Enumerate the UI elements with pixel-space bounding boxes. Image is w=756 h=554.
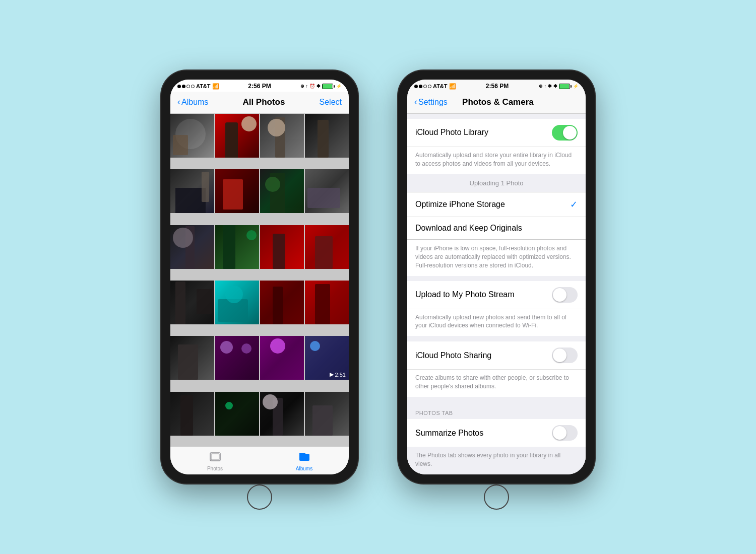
status-bar-right-left: ⊕ ↑ ⏰ ✱ ⚡ (300, 84, 342, 89)
tab-bar: Photos Albums (170, 446, 349, 474)
status-bar-right-left: AT&T 📶 (414, 83, 456, 90)
icloud-library-label: iCloud Photo Library (415, 128, 552, 137)
photo-cell-14[interactable] (215, 281, 259, 324)
photo-stream-row: Upload to My Photo Stream (407, 281, 586, 309)
photo-stream-toggle-knob (553, 288, 566, 302)
icloud-library-description: Automatically upload and store your enti… (407, 147, 586, 174)
icloud-library-toggle[interactable] (552, 125, 578, 141)
settings-page-title: Photos & Camera (462, 97, 534, 107)
photo-stream-description: Automatically upload new photos and send… (407, 309, 586, 336)
svg-rect-3 (299, 453, 305, 455)
bluetooth-icon-r: ✱ (553, 84, 557, 89)
photo-24-inner (305, 392, 349, 436)
photo-cell-3[interactable] (260, 114, 304, 158)
photo-cell-24[interactable] (305, 392, 349, 436)
home-button-right[interactable] (484, 484, 509, 510)
svg-rect-2 (299, 454, 309, 461)
summarize-photos-section: Summarize Photos (407, 419, 586, 447)
summarize-photos-toggle[interactable] (552, 425, 578, 441)
svg-rect-1 (211, 454, 219, 460)
back-chevron-icon: ‹ (177, 97, 180, 107)
tab-photos[interactable]: Photos (170, 451, 260, 471)
photo-cell-9[interactable] (170, 225, 214, 269)
uploading-status-bar: Uploading 1 Photo (407, 174, 586, 192)
video-play-icon: ▶ (330, 371, 334, 378)
photo-cell-6[interactable] (215, 169, 259, 213)
photo-cell-10[interactable] (215, 225, 259, 269)
optimize-storage-checkmark: ✓ (570, 199, 578, 210)
back-to-albums-button[interactable]: ‹ Albums (177, 97, 208, 107)
photo-cell-13[interactable] (170, 281, 214, 324)
photo-3-inner (260, 114, 304, 158)
photo-cell-7[interactable] (260, 169, 304, 213)
left-phone: AT&T 📶 2:56 PM ⊕ ↑ ⏰ ✱ ⚡ ‹ (161, 71, 358, 483)
download-originals-label: Download and Keep Originals (415, 224, 578, 233)
photo-10-inner (215, 225, 259, 269)
photo-2-inner (215, 114, 259, 158)
status-time-right: 2:56 PM (486, 83, 509, 90)
photo-22-inner (215, 392, 259, 436)
photo-14-inner (215, 281, 259, 324)
right-phone: AT&T 📶 2:56 PM ⊕ ↑ ✱ ✱ ⚡ ‹ (398, 71, 595, 483)
signal-dot-4 (191, 85, 195, 88)
photo-cell-5[interactable] (170, 169, 214, 213)
photo-cell-23[interactable] (260, 392, 304, 436)
settings-back-label: Settings (418, 98, 448, 107)
select-button[interactable]: Select (320, 98, 342, 107)
photo-cell-2[interactable] (215, 114, 259, 158)
charging-icon: ⚡ (336, 84, 342, 89)
photo-cell-15[interactable] (260, 281, 304, 324)
charging-icon-r: ⚡ (573, 84, 579, 89)
signal-icon-r: ↑ (544, 84, 547, 89)
photo-cell-22[interactable] (215, 392, 259, 436)
icloud-sharing-section: iCloud Photo Sharing Create albums to sh… (407, 341, 586, 397)
optimize-storage-row[interactable]: Optimize iPhone Storage ✓ (407, 192, 586, 217)
download-originals-row[interactable]: Download and Keep Originals (407, 217, 586, 239)
location-icon-r: ⊕ (539, 84, 543, 89)
top-spacer (407, 114, 586, 119)
summarize-photos-row: Summarize Photos (407, 419, 586, 447)
icloud-sharing-toggle[interactable] (552, 348, 578, 363)
photo-cell-11[interactable] (260, 225, 304, 269)
signal-strength (177, 85, 195, 88)
photo-1-inner (170, 114, 214, 158)
status-bar-left-left: AT&T 📶 (177, 83, 219, 90)
photo-cell-21[interactable] (170, 392, 214, 436)
photo-21-inner (170, 392, 214, 436)
photo-17-inner (170, 336, 214, 380)
signal-dot-r2 (419, 85, 422, 88)
photo-cell-19[interactable] (260, 336, 304, 380)
photo-stream-section: Upload to My Photo Stream Automatically … (407, 281, 586, 336)
home-button-left[interactable] (247, 484, 272, 510)
battery-indicator-left (322, 84, 335, 89)
photo-cell-20[interactable]: ▶ 2:51 (305, 336, 349, 380)
photo-cell-12[interactable] (305, 225, 349, 269)
photo-16-inner (305, 281, 349, 324)
carrier-label-right: AT&T (433, 83, 448, 89)
icloud-sharing-toggle-knob (553, 349, 566, 362)
photo-stream-toggle[interactable] (552, 287, 578, 303)
photos-grid: ▶ 2:51 (170, 114, 349, 446)
photo-cell-18[interactable] (215, 336, 259, 380)
photo-cell-8[interactable] (305, 169, 349, 213)
photo-15-inner (260, 281, 304, 324)
back-to-settings-button[interactable]: ‹ Settings (414, 97, 448, 107)
signal-dot-r1 (414, 85, 418, 88)
photo-cell-17[interactable] (170, 336, 214, 380)
photo-9-inner (170, 225, 214, 269)
icloud-library-section: iCloud Photo Library Automatically uploa… (407, 119, 586, 174)
photo-13-inner (170, 281, 214, 324)
photo-19-inner (260, 336, 304, 380)
spacer-2 (407, 276, 586, 281)
albums-tab-icon (298, 451, 310, 465)
photo-6-inner (215, 169, 259, 213)
battery-indicator-right (559, 84, 572, 89)
photo-cell-4[interactable] (305, 114, 349, 158)
spacer-4 (407, 397, 586, 402)
photo-cell-16[interactable] (305, 281, 349, 324)
spacer-3 (407, 336, 586, 341)
photo-23-inner (260, 392, 304, 436)
tab-albums[interactable]: Albums (260, 451, 349, 471)
signal-dot-1 (177, 85, 181, 88)
photo-cell-1[interactable] (170, 114, 214, 158)
